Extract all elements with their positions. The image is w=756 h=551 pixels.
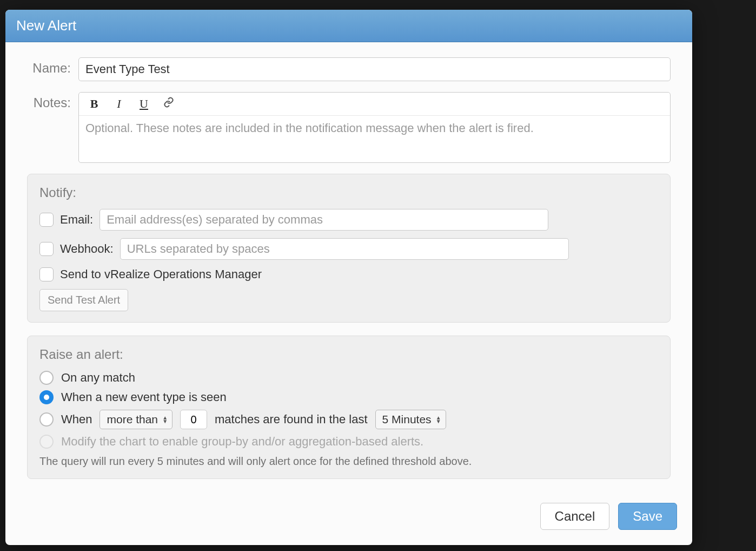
email-input[interactable] [100,209,548,231]
notify-email-row: Email: [39,209,658,231]
chevron-updown-icon: ▲▼ [162,416,168,423]
radio-any-match[interactable] [39,371,54,385]
cancel-button[interactable]: Cancel [540,503,610,530]
time-window-select[interactable]: 5 Minutes ▲▼ [375,410,446,429]
webhook-checkbox[interactable] [39,242,54,256]
modal-footer: Cancel Save [5,492,692,545]
notify-title: Notify: [39,185,658,200]
raise-option-new-event: When a new event type is seen [39,390,658,404]
notify-vrops-row: Send to vRealize Operations Manager [39,267,658,281]
save-button[interactable]: Save [618,503,677,530]
raise-option-threshold: When more than ▲▼ matches are found in t… [39,410,658,429]
raise-hint: The query will run every 5 minutes and w… [39,455,658,468]
underline-icon[interactable]: U [137,97,150,111]
italic-icon[interactable]: I [112,97,125,111]
notes-toolbar: B I U [79,93,670,116]
threshold-count-input[interactable] [180,410,207,429]
chevron-updown-icon: ▲▼ [436,416,441,423]
raise-option-any: On any match [39,371,658,385]
notify-panel: Notify: Email: Webhook: Send to vRealize… [27,174,671,323]
email-label: Email: [60,213,93,227]
new-alert-modal: New Alert Name: Notes: B I U [5,10,692,545]
notes-label: Notes: [27,92,78,110]
name-input[interactable] [78,57,671,81]
comparison-value: more than [107,413,158,426]
name-row: Name: [27,57,671,81]
when-prefix: When [61,412,92,427]
webhook-label: Webhook: [60,242,114,256]
link-icon[interactable] [162,97,175,111]
radio-new-event[interactable] [39,390,54,404]
modal-title: New Alert [5,10,692,42]
radio-groupby-label: Modify the chart to enable group-by and/… [61,435,423,449]
send-test-alert-button[interactable]: Send Test Alert [39,289,128,311]
notes-row: Notes: B I U Optional. These notes are i… [27,92,671,163]
webhook-input[interactable] [120,238,569,260]
notes-textarea[interactable]: Optional. These notes are included in th… [79,116,670,162]
modal-body: Name: Notes: B I U Optional. T [5,42,692,479]
radio-any-label: On any match [61,371,135,385]
radio-new-event-label: When a new event type is seen [61,390,227,404]
email-checkbox[interactable] [39,213,54,227]
matches-text: matches are found in the last [215,412,368,427]
bold-icon[interactable]: B [88,97,101,111]
raise-option-groupby: Modify the chart to enable group-by and/… [39,435,658,449]
time-window-value: 5 Minutes [382,413,432,426]
vrops-label: Send to vRealize Operations Manager [60,267,262,281]
vrops-checkbox[interactable] [39,267,54,281]
notes-editor: B I U Optional. These notes are included… [78,92,671,163]
raise-title: Raise an alert: [39,347,658,362]
comparison-select[interactable]: more than ▲▼ [100,410,173,429]
name-label: Name: [27,57,78,76]
raise-panel: Raise an alert: On any match When a new … [27,336,671,479]
radio-groupby [39,435,54,449]
notify-webhook-row: Webhook: [39,238,658,260]
radio-threshold[interactable] [39,412,54,427]
